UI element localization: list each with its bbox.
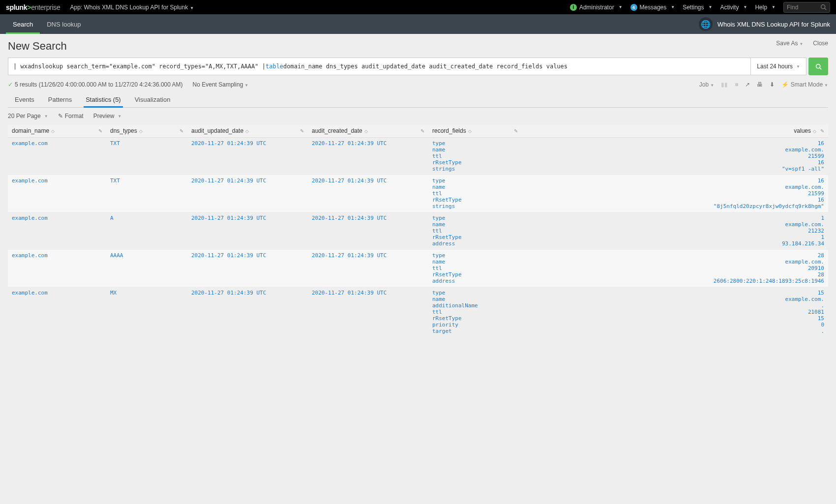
table-cell[interactable]: example.com <box>8 250 106 287</box>
table-cell[interactable]: typenamettlrRsetTypeaddress <box>428 250 522 287</box>
table-cell[interactable]: typenameadditionalNamettlrRsetTypepriori… <box>428 287 522 337</box>
viewtab-patterns[interactable]: Patterns <box>41 92 79 107</box>
app-title: Whois XML DNS Lookup API for Splunk <box>717 21 830 28</box>
table-cell[interactable]: example.com <box>8 287 106 337</box>
table-cell[interactable]: A <box>106 212 187 250</box>
pencil-icon[interactable]: ✎ <box>179 128 183 134</box>
check-icon: ✓ <box>8 81 13 88</box>
settings-menu[interactable]: Settings▼ <box>683 4 712 11</box>
messages-menu[interactable]: 4 Messages▼ <box>630 4 675 11</box>
per-page-selector[interactable]: 20 Per Page▼ <box>8 113 48 119</box>
table-cell[interactable]: 2020-11-27 01:24:39 UTC <box>187 175 308 212</box>
administrator-menu[interactable]: i Administrator▼ <box>570 4 623 11</box>
svg-point-0 <box>821 5 825 9</box>
preview-selector[interactable]: Preview▼ <box>93 113 122 119</box>
pencil-icon[interactable]: ✎ <box>98 128 102 134</box>
table-cell[interactable]: 16example.com.2159916"8j5nfqld20zpcyr8xj… <box>522 175 828 212</box>
viewtab-statistics[interactable]: Statistics (5) <box>79 92 128 107</box>
svg-line-3 <box>819 67 821 69</box>
col-dns-types[interactable]: dns_types◇✎ <box>106 124 187 138</box>
table-cell[interactable]: 2020-11-27 01:24:39 UTC <box>308 250 428 287</box>
share-icon[interactable]: ↗ <box>745 81 750 88</box>
tab-search[interactable]: Search <box>6 14 40 34</box>
app-selector[interactable]: App: Whois XML DNS Lookup API for Splunk… <box>70 4 194 11</box>
table-cell[interactable]: example.com <box>8 175 106 212</box>
table-cell[interactable]: 2020-11-27 01:24:39 UTC <box>308 138 428 175</box>
results-count: 5 results (11/26/20 4:00:00.000 AM to 11… <box>15 81 183 88</box>
messages-badge: 4 <box>630 4 637 11</box>
table-cell[interactable]: 16example.com.2159916"v=spf1 -all" <box>522 138 828 175</box>
table-cell[interactable]: AAAA <box>106 250 187 287</box>
results-table: domain_name◇✎ dns_types◇✎ audit_updated_… <box>8 124 828 337</box>
col-audit-updated-date[interactable]: audit_updated_date◇✎ <box>187 124 308 138</box>
table-row: example.comA2020-11-27 01:24:39 UTC2020-… <box>8 212 828 250</box>
table-cell[interactable]: MX <box>106 287 187 337</box>
table-cell[interactable]: TXT <box>106 175 187 212</box>
table-row: example.comMX2020-11-27 01:24:39 UTC2020… <box>8 287 828 337</box>
table-cell[interactable]: 2020-11-27 01:24:39 UTC <box>308 175 428 212</box>
table-cell[interactable]: 15example.com..21081150. <box>522 287 828 337</box>
event-sampling-menu[interactable]: No Event Sampling▼ <box>193 81 249 88</box>
table-cell[interactable]: 2020-11-27 01:24:39 UTC <box>187 212 308 250</box>
close-button[interactable]: Close <box>813 40 828 47</box>
table-row: example.comTXT2020-11-27 01:24:39 UTC202… <box>8 138 828 175</box>
pause-icon[interactable]: ▮▮ <box>721 81 728 88</box>
pencil-icon[interactable]: ✎ <box>300 128 304 134</box>
pencil-icon[interactable]: ✎ <box>514 128 518 134</box>
table-cell[interactable]: 28example.com.20910282606:2800:220:1:248… <box>522 250 828 287</box>
table-cell[interactable]: example.com <box>8 212 106 250</box>
smart-mode-menu[interactable]: ⚡ Smart Mode▼ <box>781 81 828 88</box>
pencil-icon[interactable]: ✎ <box>820 128 824 134</box>
export-icon[interactable]: ⬇ <box>770 81 775 88</box>
app-icon: 🌐 <box>699 17 713 31</box>
print-icon[interactable]: 🖶 <box>757 81 763 88</box>
col-audit-created-date[interactable]: audit_created_date◇✎ <box>308 124 428 138</box>
col-values[interactable]: values◇✎ <box>522 124 828 138</box>
info-icon: i <box>570 4 577 11</box>
viewtab-events[interactable]: Events <box>8 92 41 107</box>
search-input[interactable]: | wxadnslookup search_term="example.com"… <box>8 58 751 75</box>
table-cell[interactable]: typenamettlrRsetTypestrings <box>428 138 522 175</box>
search-icon <box>820 4 827 10</box>
table-cell[interactable]: typenamettlrRsetTypestrings <box>428 175 522 212</box>
table-cell[interactable]: 2020-11-27 01:24:39 UTC <box>187 250 308 287</box>
pencil-icon[interactable]: ✎ <box>420 128 424 134</box>
save-as-menu[interactable]: Save As▼ <box>776 40 803 47</box>
job-menu[interactable]: Job▼ <box>699 81 714 88</box>
find-input[interactable]: Find <box>783 2 830 13</box>
col-domain-name[interactable]: domain_name◇✎ <box>8 124 106 138</box>
topbar: splunk>enterprise App: Whois XML DNS Loo… <box>0 0 836 14</box>
table-row: example.comAAAA2020-11-27 01:24:39 UTC20… <box>8 250 828 287</box>
search-icon <box>815 63 822 70</box>
col-record-fields[interactable]: record_fields◇✎ <box>428 124 522 138</box>
tab-dns-lookup[interactable]: DNS lookup <box>40 14 88 34</box>
table-cell[interactable]: 2020-11-27 01:24:39 UTC <box>187 138 308 175</box>
page-title: New Search <box>8 40 67 53</box>
timerange-selector[interactable]: Last 24 hours▼ <box>751 58 806 75</box>
table-cell[interactable]: 2020-11-27 01:24:39 UTC <box>187 287 308 337</box>
search-button[interactable] <box>808 58 828 75</box>
logo: splunk>enterprise <box>6 3 60 11</box>
table-cell[interactable]: 1example.com.21232193.184.216.34 <box>522 212 828 250</box>
svg-point-2 <box>816 64 820 68</box>
table-cell[interactable]: typenamettlrRsetTypeaddress <box>428 212 522 250</box>
table-cell[interactable]: 2020-11-27 01:24:39 UTC <box>308 287 428 337</box>
table-cell[interactable]: TXT <box>106 138 187 175</box>
navbar: Search DNS lookup 🌐 Whois XML DNS Lookup… <box>0 14 836 34</box>
table-row: example.comTXT2020-11-27 01:24:39 UTC202… <box>8 175 828 212</box>
stop-icon[interactable]: ■ <box>735 81 738 88</box>
svg-line-1 <box>825 8 826 10</box>
format-selector[interactable]: ✎ Format <box>58 113 84 119</box>
activity-menu[interactable]: Activity▼ <box>720 4 747 11</box>
table-cell[interactable]: example.com <box>8 138 106 175</box>
help-menu[interactable]: Help▼ <box>755 4 776 11</box>
viewtab-visualization[interactable]: Visualization <box>128 92 178 107</box>
table-cell[interactable]: 2020-11-27 01:24:39 UTC <box>308 212 428 250</box>
